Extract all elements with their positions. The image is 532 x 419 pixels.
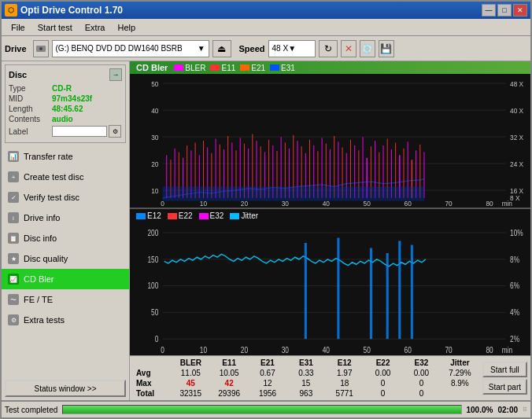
stats-max-e32: 0 <box>402 378 441 388</box>
drive-label: Drive <box>5 44 27 53</box>
disc-length-label: Length <box>9 105 52 113</box>
eject-button[interactable]: ⏏ <box>212 40 231 57</box>
legend-e21-color <box>240 64 249 71</box>
sidebar-item-drive-info[interactable]: i Drive info <box>2 208 129 228</box>
stats-total-bler: 32315 <box>172 388 210 399</box>
extra-tests-icon: ⚙ <box>8 314 19 325</box>
svg-text:20: 20 <box>241 345 248 355</box>
svg-text:40 X: 40 X <box>510 106 523 115</box>
bottom-chart-svg: 200 150 100 50 0 10% 8% 6% 4% 2% 0 10 <box>130 222 530 355</box>
sidebar-item-verify-test-disc[interactable]: ✓ Verify test disc <box>2 187 129 208</box>
titlebar: ⬡ Opti Drive Control 1.70 — □ ✕ <box>2 2 530 19</box>
sidebar-item-transfer-rate-label: Transfer rate <box>24 152 73 161</box>
disc-mid-value: 97m34s23f <box>52 94 92 103</box>
legend-jitter-label: Jitter <box>241 211 258 220</box>
sidebar-item-disc-quality[interactable]: ★ Disc quality <box>2 248 129 269</box>
start-part-button[interactable]: Start part <box>482 379 527 395</box>
stats-avg-e11: 10.05 <box>210 368 249 378</box>
legend-e22: E22 <box>168 211 193 220</box>
legend-e32-color <box>199 213 209 219</box>
stats-max-e22: 0 <box>364 378 402 388</box>
svg-text:100: 100 <box>147 281 158 291</box>
app-icon: ⬡ <box>5 4 17 17</box>
svg-text:30: 30 <box>151 133 158 142</box>
stats-max-e21: 12 <box>249 378 287 388</box>
sidebar-item-transfer-rate[interactable]: 📊 Transfer rate <box>2 146 129 167</box>
sidebar-item-extra-tests-label: Extra tests <box>24 315 65 325</box>
disc-arrow-button[interactable]: → <box>109 68 122 81</box>
stats-max-label: Max <box>133 378 172 388</box>
sidebar-item-cd-bler[interactable]: 📈 CD Bler <box>2 269 129 289</box>
start-buttons: Start full Start part <box>482 362 527 395</box>
legend-jitter: Jitter <box>230 211 258 220</box>
stats-total-e22: 0 <box>364 388 402 399</box>
disc-contents-label: Contents <box>9 115 52 123</box>
maximize-button[interactable]: □ <box>497 4 512 17</box>
disc-panel: Disc → Type CD-R MID 97m34s23f Length 48… <box>5 64 126 143</box>
disc-button[interactable]: 💿 <box>360 40 375 57</box>
drive-icon-btn[interactable] <box>33 40 49 57</box>
sidebar-item-disc-quality-label: Disc quality <box>24 254 68 263</box>
stats-max-jitter: 8.9% <box>441 378 479 388</box>
stats-avg-e22: 0.00 <box>364 368 402 378</box>
save-button[interactable]: 💾 <box>379 40 394 57</box>
svg-text:150: 150 <box>147 255 158 264</box>
status-percent: 100.0% <box>467 406 493 414</box>
legend-e31-label: E31 <box>281 64 295 72</box>
statusbar: Test completed 100.0% 02:00 ⠿ <box>2 400 530 417</box>
legend-bler-color <box>174 64 183 71</box>
stats-total-e31: 963 <box>286 388 325 399</box>
sidebar-item-disc-info[interactable]: 📋 Disc info <box>2 228 129 248</box>
svg-text:200: 200 <box>147 228 158 237</box>
bottom-chart-container: E12 E22 E32 Jitter <box>130 209 530 355</box>
minimize-button[interactable]: — <box>482 4 496 17</box>
clear-button[interactable]: ✕ <box>341 40 357 57</box>
menu-start-test[interactable]: Start test <box>31 21 79 34</box>
close-button[interactable]: ✕ <box>513 4 527 17</box>
svg-text:0: 0 <box>161 345 164 355</box>
stats-header-e11: E11 <box>210 358 249 368</box>
legend-e32: E32 <box>199 211 224 220</box>
svg-text:24 X: 24 X <box>510 160 523 168</box>
start-full-button[interactable]: Start full <box>482 362 527 377</box>
stats-avg-e21: 0.67 <box>249 368 287 378</box>
speed-dropdown[interactable]: 48 X ▼ <box>268 40 316 57</box>
menu-file[interactable]: File <box>5 21 31 34</box>
label-settings-button[interactable]: ⚙ <box>109 125 121 138</box>
sidebar-item-extra-tests[interactable]: ⚙ Extra tests <box>2 310 129 330</box>
menu-help[interactable]: Help <box>111 21 142 34</box>
svg-text:60: 60 <box>405 345 412 355</box>
svg-text:min: min <box>502 199 512 208</box>
refresh-button[interactable]: ↻ <box>319 40 338 57</box>
disc-contents-row: Contents audio <box>9 115 122 123</box>
sidebar-item-create-test-disc[interactable]: + Create test disc <box>2 167 129 187</box>
stats-header-e31: E31 <box>286 358 325 368</box>
status-window-button[interactable]: Status window >> <box>5 380 126 397</box>
drive-value: (G:) BENQ DVD DD DW1640 BSRB <box>56 44 183 53</box>
sidebar-item-fe-te[interactable]: 〜 FE / TE <box>2 289 129 310</box>
svg-text:32 X: 32 X <box>510 133 523 142</box>
create-test-disc-icon: + <box>8 171 19 182</box>
toolbar: Drive (G:) BENQ DVD DD DW1640 BSRB ▼ ⏏ S… <box>2 36 530 61</box>
fe-te-icon: 〜 <box>8 294 19 305</box>
menu-extra[interactable]: Extra <box>79 21 112 34</box>
top-chart-title: CD Bler <box>136 63 168 72</box>
label-input[interactable] <box>52 126 107 137</box>
stats-header-jitter: Jitter <box>441 358 479 368</box>
legend-e31: E31 <box>270 64 295 72</box>
svg-text:min: min <box>502 345 512 355</box>
drive-dropdown[interactable]: (G:) BENQ DVD DD DW1640 BSRB ▼ <box>52 40 209 57</box>
transfer-rate-icon: 📊 <box>8 151 19 162</box>
sidebar-item-create-test-disc-label: Create test disc <box>24 172 83 182</box>
svg-rect-94 <box>130 222 530 355</box>
stats-avg-label: Avg <box>133 368 172 378</box>
disc-label-label: Label <box>9 127 52 136</box>
status-time: 02:00 <box>497 406 518 414</box>
svg-text:6%: 6% <box>510 281 520 291</box>
titlebar-left: ⬡ Opti Drive Control 1.70 <box>5 4 123 17</box>
stats-header-e32: E32 <box>402 358 441 368</box>
legend-e11-label: E11 <box>221 64 235 72</box>
stats-row-max: Max 45 42 12 15 18 0 0 8.9% <box>133 378 479 388</box>
stats-header-e21: E21 <box>249 358 287 368</box>
sidebar: Disc → Type CD-R MID 97m34s23f Length 48… <box>2 61 130 400</box>
